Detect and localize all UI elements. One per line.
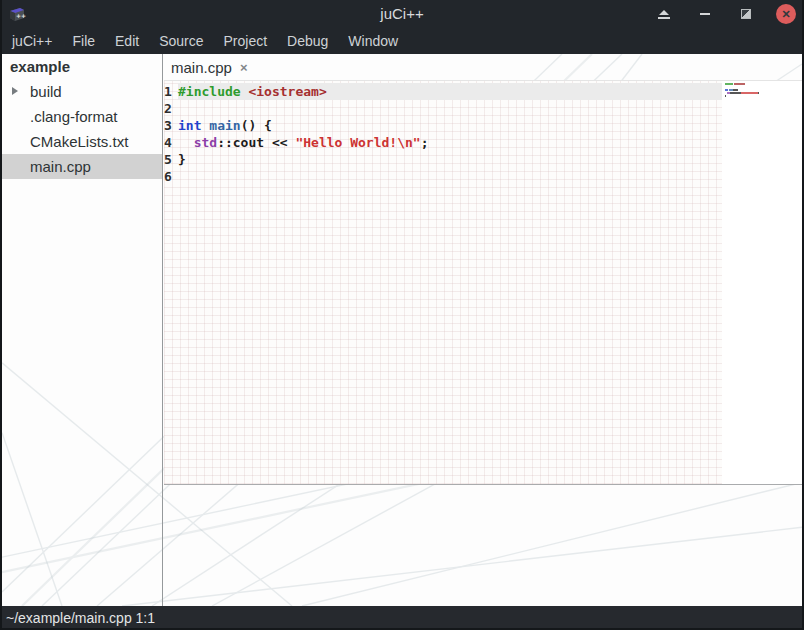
menu-item-debug[interactable]: Debug (277, 28, 338, 54)
menu-item-edit[interactable]: Edit (105, 28, 149, 54)
code-editor[interactable]: 1#include <iostream>23int main() {4 std:… (164, 81, 802, 484)
tab-main-cpp[interactable]: main.cpp × (165, 54, 257, 81)
code-lines[interactable]: 1#include <iostream>23int main() {4 std:… (164, 81, 722, 484)
code-text: int main() { (178, 117, 722, 134)
close-button[interactable]: ✕ (776, 4, 796, 24)
file-tree-sidebar: examplebuild.clang-formatCMakeLists.txtm… (2, 54, 163, 606)
shade-button[interactable] (653, 3, 675, 25)
sidebar-item-label: main.cpp (30, 158, 91, 175)
sidebar-item-label: CMakeLists.txt (30, 133, 128, 150)
statusbar: ~/example/main.cpp 1:1 (0, 606, 804, 630)
menu-item-juci[interactable]: juCi++ (2, 28, 62, 54)
sidebar-item-label: build (30, 83, 62, 100)
code-text (178, 100, 722, 117)
menu-item-source[interactable]: Source (149, 28, 213, 54)
line-number: 6 (164, 168, 178, 185)
line-number: 3 (164, 117, 178, 134)
code-text: #include <iostream> (178, 83, 722, 100)
minimize-button[interactable] (694, 3, 716, 25)
terminal-panel[interactable] (164, 485, 802, 606)
restore-button[interactable] (735, 3, 757, 25)
tab-close-icon[interactable]: × (240, 60, 248, 75)
menu-item-file[interactable]: File (62, 28, 105, 54)
app-window: ++ juCi++ ✕ juCi++FileEditSourceProjectD… (0, 0, 804, 630)
shade-icon (658, 10, 670, 19)
tab-label: main.cpp (171, 59, 232, 76)
menu-item-project[interactable]: Project (214, 28, 278, 54)
code-line-6[interactable]: 6 (164, 168, 722, 185)
code-text: std::cout << "Hello World!\n"; (178, 134, 722, 151)
content-area: examplebuild.clang-formatCMakeLists.txtm… (2, 54, 802, 606)
code-text: } (178, 151, 722, 168)
code-line-1[interactable]: 1#include <iostream> (164, 83, 722, 100)
sidebar-item-example[interactable]: example (2, 54, 162, 79)
restore-icon (741, 9, 751, 19)
line-number: 1 (164, 83, 178, 100)
titlebar: ++ juCi++ ✕ (0, 0, 804, 28)
sidebar-item-build[interactable]: build (2, 79, 162, 104)
code-line-4[interactable]: 4 std::cout << "Hello World!\n"; (164, 134, 722, 151)
status-path-position: ~/example/main.cpp 1:1 (0, 610, 155, 626)
tabbar: main.cpp × (164, 54, 802, 81)
main-area: main.cpp × 1#include <iostream>23int mai… (164, 54, 802, 606)
code-text (178, 168, 722, 185)
line-number: 4 (164, 134, 178, 151)
minimize-icon (700, 13, 710, 15)
code-line-5[interactable]: 5} (164, 151, 722, 168)
sidebar-item-label: example (10, 58, 70, 75)
sidebar-item-label: .clang-format (30, 108, 118, 125)
menu-item-window[interactable]: Window (338, 28, 408, 54)
sidebar-item-main-cpp[interactable]: main.cpp (2, 154, 162, 179)
code-line-2[interactable]: 2 (164, 100, 722, 117)
sidebar-item-clang-format[interactable]: .clang-format (2, 104, 162, 129)
line-number: 2 (164, 100, 178, 117)
code-line-3[interactable]: 3int main() { (164, 117, 722, 134)
expander-icon[interactable] (12, 87, 18, 95)
window-controls: ✕ (653, 0, 796, 28)
minimap[interactable] (722, 81, 802, 484)
menubar: juCi++FileEditSourceProjectDebugWindow (0, 28, 804, 54)
minimap-line (725, 98, 802, 101)
line-number: 5 (164, 151, 178, 168)
sidebar-item-cmakelists-txt[interactable]: CMakeLists.txt (2, 129, 162, 154)
close-icon: ✕ (781, 9, 790, 20)
